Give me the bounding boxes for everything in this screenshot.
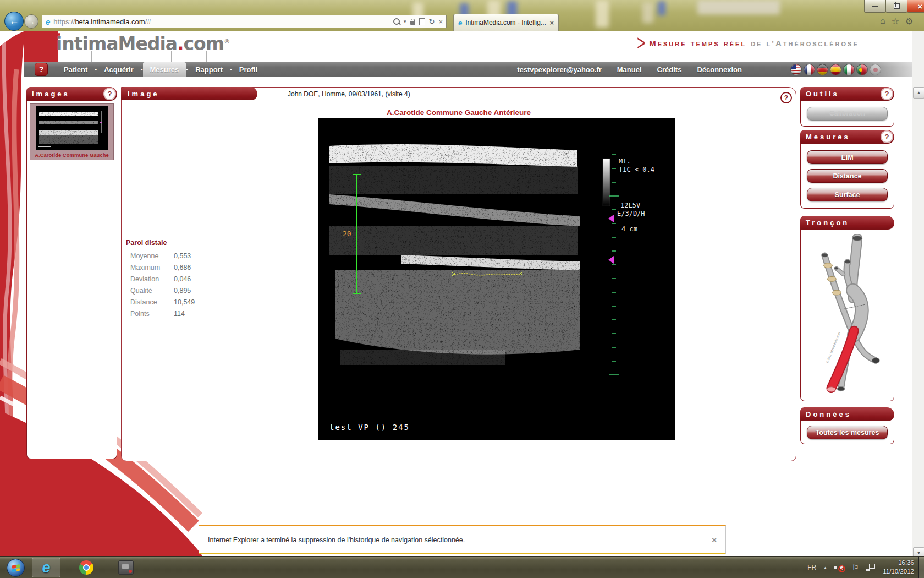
scroll-up-icon: ▲ [917, 90, 921, 95]
nav-item-acquerir[interactable]: Acquérir [97, 62, 140, 77]
flag-us-icon[interactable] [790, 64, 802, 75]
measurement-stats: Paroi distale Moyenne0,553 Maximum0,686 … [126, 239, 219, 321]
mode-label: E/3/D/H [617, 210, 645, 217]
restore-button[interactable] [886, 0, 908, 13]
window-controls: × [865, 0, 924, 13]
start-button[interactable] [7, 559, 25, 577]
desktop-icon-blur [642, 2, 653, 23]
site-tagline: > Mesure temps réel de l'Athérosclérose [637, 35, 859, 52]
nav-item-mesures[interactable]: Mesures [143, 62, 186, 77]
address-bar[interactable]: e https://beta.intimamedia.com/# ▾ ↻ × [42, 15, 447, 28]
distance-button[interactable]: Distance [807, 169, 888, 183]
images-help-icon[interactable]: ? [105, 89, 115, 99]
compatibility-view-icon[interactable] [419, 18, 425, 25]
action-center-flag-icon[interactable]: ⚐ [852, 563, 859, 572]
stat-row: Distance10,549 [126, 298, 219, 310]
ie-tab-icon: e [458, 19, 462, 26]
tab-close-icon[interactable]: × [549, 19, 554, 27]
flag-es-icon[interactable] [830, 64, 842, 75]
windows-logo-icon [12, 564, 20, 572]
measures-help-icon[interactable]: ? [882, 132, 892, 142]
browser-tab[interactable]: e IntimaMedia.com - Intellig... × [453, 14, 559, 31]
taskbar-chrome-button[interactable] [73, 558, 100, 577]
all-measures-button[interactable]: Toutes les mesures [807, 426, 888, 439]
favorites-star-icon[interactable]: ☆ [892, 16, 899, 26]
screen: × ← → e https://beta.intimamedia.com/# ▾… [0, 0, 924, 578]
search-caret-icon[interactable]: ▾ [404, 19, 406, 24]
flag-fr-icon[interactable] [804, 64, 815, 75]
ie-notification-bar: Internet Explorer a terminé la suppressi… [199, 525, 726, 554]
clock-date: 11/10/2012 [883, 568, 914, 576]
taskbar-clock[interactable]: 16:36 11/10/2012 [883, 559, 914, 576]
artery-segment-selector[interactable]: © 2011 IntimaMedia.com [809, 234, 886, 397]
back-button[interactable]: ← [4, 12, 24, 31]
show-desktop-button[interactable] [919, 557, 924, 578]
chrome-icon [79, 560, 94, 575]
back-arrow-icon: ← [9, 15, 19, 27]
url-text[interactable]: https://beta.intimamedia.com/# [53, 18, 393, 26]
flag-pt-icon[interactable] [856, 64, 868, 75]
flag-de-icon[interactable] [817, 64, 828, 75]
thumbnail-caption: A.Carotide Commune Gauche [32, 152, 112, 158]
language-indicator[interactable]: FR [807, 564, 816, 571]
patient-info: John DOE, Homme, 09/03/1961, (visite 4) [288, 90, 410, 98]
tray-expand-icon[interactable]: ▴ [824, 565, 827, 570]
taskbar-ie-button[interactable]: e [32, 558, 61, 577]
calibration-button[interactable]: Calibration [807, 107, 888, 121]
image-help-icon[interactable]: ? [780, 92, 792, 103]
images-panel-header: Images ? [26, 87, 117, 101]
settings-gear-icon[interactable]: ⚙ [905, 16, 913, 26]
ultrasound-thumbnail [36, 106, 108, 150]
network-icon[interactable] [866, 564, 875, 571]
nav-help-icon[interactable]: ? [35, 63, 48, 76]
user-email: testvpexplorer@yahoo.fr [517, 66, 602, 74]
stats-title: Paroi distale [126, 239, 219, 247]
flag-it-icon[interactable] [843, 64, 855, 75]
desktop-icon-blur [658, 1, 666, 15]
nav-item-profil[interactable]: Profil [232, 62, 265, 77]
minimize-icon [872, 6, 878, 7]
stop-icon[interactable]: × [438, 18, 443, 26]
tools-help-icon[interactable]: ? [882, 89, 892, 99]
probe-label: 12L5V [620, 201, 640, 209]
notification-close-icon[interactable]: × [712, 535, 717, 544]
data-panel: Données Toutes les mesures [800, 407, 894, 444]
capture-tool-icon [118, 560, 134, 575]
stat-row: Deviation0,046 [126, 275, 219, 287]
taskbar: e FR ▴ ⚐ 16:36 11/10/2012 [0, 556, 924, 578]
nav-link-credits[interactable]: Crédits [657, 66, 682, 74]
site-logo[interactable]: intimaMedia.com® [56, 33, 230, 54]
restore-icon [894, 3, 900, 9]
page-scrollbar[interactable]: ▲ ▼ [912, 31, 924, 556]
refresh-icon[interactable]: ↻ [429, 18, 435, 26]
flag-jp-icon-disabled [870, 64, 881, 75]
minimize-button[interactable] [864, 0, 886, 13]
taskbar-capture-button[interactable] [112, 558, 140, 577]
artery-copyright: © 2011 IntimaMedia.com [825, 331, 840, 363]
desktop-window-blur [697, 0, 780, 14]
forward-arrow-icon: → [28, 18, 35, 26]
exam-footer-label: test VP () 245 [329, 423, 410, 432]
close-window-button[interactable]: × [907, 0, 924, 13]
nav-item-patient[interactable]: Patient [57, 62, 95, 77]
forward-button[interactable]: → [24, 14, 38, 29]
nav-divider [131, 51, 131, 62]
ultrasound-viewport[interactable]: 20 MI. TIC < 0.4 [318, 118, 675, 440]
nav-link-manuel[interactable]: Manuel [617, 66, 642, 74]
image-thumbnail-item[interactable]: A.Carotide Commune Gauche [30, 103, 114, 160]
stat-row: Points114 [126, 310, 219, 321]
close-icon: × [918, 2, 923, 11]
nav-link-deconnexion[interactable]: Déconnexion [697, 66, 742, 74]
search-icon[interactable] [393, 18, 400, 25]
home-icon[interactable]: ⌂ [880, 16, 886, 26]
nav-item-rapport[interactable]: Rapport [188, 62, 230, 77]
volume-muted-icon[interactable] [834, 563, 844, 572]
nav-divider [91, 51, 92, 62]
eim-button[interactable]: EIM [807, 150, 888, 164]
nav-divider [171, 51, 172, 62]
stat-row: Qualité0,895 [126, 287, 219, 298]
scroll-up-button[interactable]: ▲ [913, 87, 924, 99]
surface-button[interactable]: Surface [807, 188, 888, 201]
troncon-panel: Tronçon [800, 216, 894, 401]
images-panel: Images ? [26, 87, 117, 459]
